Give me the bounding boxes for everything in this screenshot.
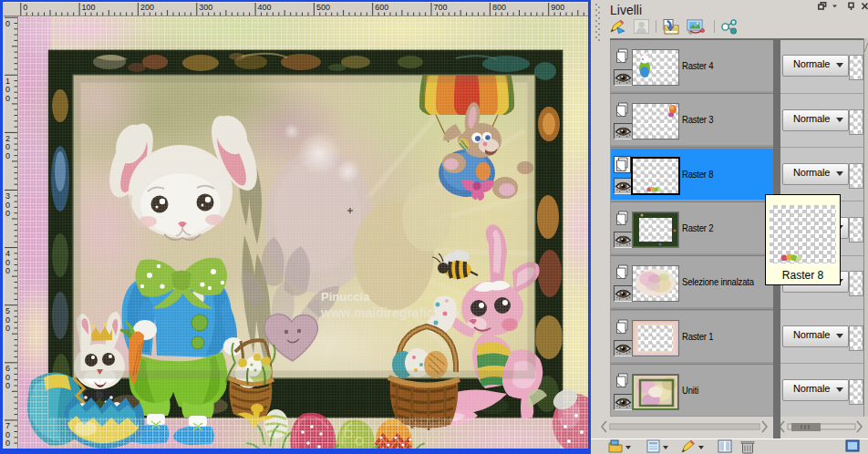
svg-text:0: 0 <box>5 209 10 218</box>
svg-text:800: 800 <box>492 3 506 12</box>
svg-text:0: 0 <box>5 381 10 390</box>
svg-text:0: 0 <box>5 201 10 210</box>
svg-text:100: 100 <box>82 3 96 12</box>
svg-text:7: 7 <box>5 421 10 430</box>
svg-text:0: 0 <box>5 258 10 267</box>
svg-text:0: 0 <box>5 324 10 333</box>
svg-text:600: 600 <box>375 3 388 12</box>
svg-text:6: 6 <box>5 364 10 373</box>
svg-text:0: 0 <box>5 373 10 382</box>
svg-text:300: 300 <box>199 3 212 12</box>
svg-text:3: 3 <box>5 191 10 201</box>
svg-text:0: 0 <box>5 151 10 160</box>
svg-text:2: 2 <box>5 134 10 143</box>
svg-text:0: 0 <box>23 3 27 12</box>
svg-text:200: 200 <box>140 3 154 12</box>
svg-text:0: 0 <box>5 430 10 439</box>
svg-text:0: 0 <box>5 315 10 325</box>
svg-text:700: 700 <box>434 3 448 12</box>
svg-text:4: 4 <box>5 249 10 258</box>
svg-text:0: 0 <box>5 85 10 94</box>
svg-text:400: 400 <box>258 3 272 12</box>
svg-text:0: 0 <box>5 19 10 28</box>
svg-text:0: 0 <box>5 142 10 151</box>
svg-text:1: 1 <box>5 77 10 86</box>
svg-text:0: 0 <box>5 94 10 103</box>
svg-text:900: 900 <box>551 3 564 12</box>
svg-text:500: 500 <box>316 3 330 12</box>
svg-text:0: 0 <box>5 439 10 448</box>
svg-text:0: 0 <box>5 266 10 275</box>
svg-text:5: 5 <box>5 306 10 315</box>
